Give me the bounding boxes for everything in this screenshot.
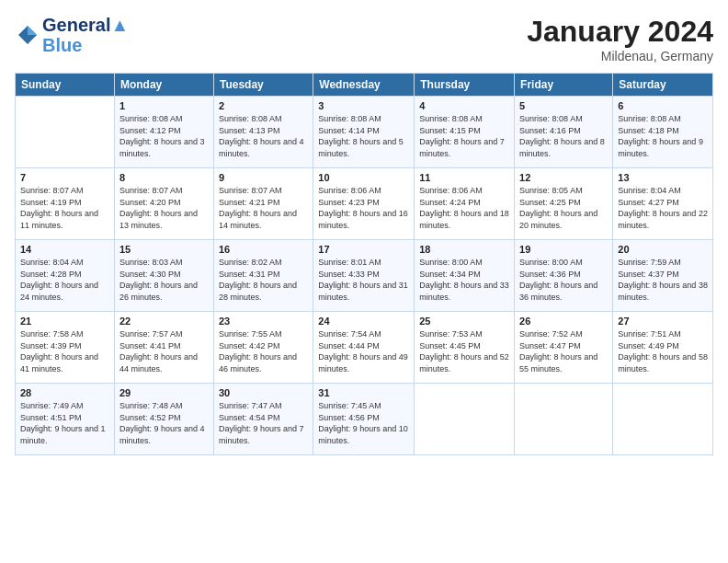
week-row-5: 28Sunrise: 7:49 AMSunset: 4:51 PMDayligh…	[16, 384, 713, 455]
day-number: 3	[318, 100, 409, 111]
day-number: 26	[519, 316, 608, 327]
cell-info: Sunrise: 8:08 AMSunset: 4:16 PMDaylight:…	[519, 113, 608, 159]
day-number: 7	[20, 172, 109, 183]
cell-info: Sunrise: 7:47 AMSunset: 4:54 PMDaylight:…	[219, 400, 308, 446]
cell-info: Sunrise: 8:06 AMSunset: 4:24 PMDaylight:…	[419, 185, 509, 231]
cell-info: Sunrise: 8:04 AMSunset: 4:27 PMDaylight:…	[618, 185, 708, 231]
week-row-1: 1Sunrise: 8:08 AMSunset: 4:12 PMDaylight…	[16, 97, 713, 168]
day-number: 15	[119, 244, 209, 255]
day-number: 6	[618, 100, 708, 111]
calendar-cell: 6Sunrise: 8:08 AMSunset: 4:18 PMDaylight…	[613, 97, 713, 168]
day-number: 28	[20, 387, 109, 398]
day-header-thursday: Thursday	[415, 74, 515, 97]
day-number: 18	[419, 244, 509, 255]
calendar-cell	[415, 384, 515, 455]
day-number: 31	[318, 387, 409, 398]
day-number: 23	[219, 316, 308, 327]
calendar-cell: 20Sunrise: 7:59 AMSunset: 4:37 PMDayligh…	[613, 240, 713, 312]
week-row-3: 14Sunrise: 8:04 AMSunset: 4:28 PMDayligh…	[16, 240, 713, 312]
day-header-sunday: Sunday	[16, 74, 115, 97]
cell-info: Sunrise: 8:02 AMSunset: 4:31 PMDaylight:…	[219, 257, 308, 303]
day-number: 9	[219, 172, 308, 183]
day-number: 27	[618, 316, 708, 327]
calendar-cell: 2Sunrise: 8:08 AMSunset: 4:13 PMDaylight…	[213, 97, 313, 168]
calendar-cell: 9Sunrise: 8:07 AMSunset: 4:21 PMDaylight…	[213, 168, 313, 240]
calendar-cell: 30Sunrise: 7:47 AMSunset: 4:54 PMDayligh…	[213, 384, 313, 455]
logo-text: General▲ Blue	[42, 15, 129, 55]
cell-info: Sunrise: 7:49 AMSunset: 4:51 PMDaylight:…	[20, 400, 109, 446]
day-header-wednesday: Wednesday	[313, 74, 415, 97]
cell-info: Sunrise: 8:07 AMSunset: 4:19 PMDaylight:…	[20, 185, 109, 231]
cell-info: Sunrise: 7:58 AMSunset: 4:39 PMDaylight:…	[20, 328, 109, 374]
cell-info: Sunrise: 7:54 AMSunset: 4:44 PMDaylight:…	[318, 328, 409, 374]
cell-info: Sunrise: 8:08 AMSunset: 4:14 PMDaylight:…	[318, 113, 409, 159]
calendar-cell: 21Sunrise: 7:58 AMSunset: 4:39 PMDayligh…	[16, 312, 115, 384]
calendar-cell: 29Sunrise: 7:48 AMSunset: 4:52 PMDayligh…	[114, 384, 213, 455]
calendar-cell: 27Sunrise: 7:51 AMSunset: 4:49 PMDayligh…	[613, 312, 713, 384]
cell-info: Sunrise: 8:08 AMSunset: 4:18 PMDaylight:…	[618, 113, 708, 159]
day-header-monday: Monday	[114, 74, 213, 97]
day-header-friday: Friday	[515, 74, 613, 97]
calendar-cell: 28Sunrise: 7:49 AMSunset: 4:51 PMDayligh…	[16, 384, 115, 455]
calendar-cell: 22Sunrise: 7:57 AMSunset: 4:41 PMDayligh…	[114, 312, 213, 384]
calendar-cell: 17Sunrise: 8:01 AMSunset: 4:33 PMDayligh…	[313, 240, 415, 312]
cell-info: Sunrise: 8:07 AMSunset: 4:21 PMDaylight:…	[219, 185, 308, 231]
title-block: January 2024 Mildenau, Germany	[527, 15, 713, 63]
week-row-2: 7Sunrise: 8:07 AMSunset: 4:19 PMDaylight…	[16, 168, 713, 240]
cell-info: Sunrise: 8:07 AMSunset: 4:20 PMDaylight:…	[119, 185, 209, 231]
calendar-cell	[613, 384, 713, 455]
cell-info: Sunrise: 7:53 AMSunset: 4:45 PMDaylight:…	[419, 328, 509, 374]
cell-info: Sunrise: 8:08 AMSunset: 4:13 PMDaylight:…	[219, 113, 308, 159]
day-header-tuesday: Tuesday	[213, 74, 313, 97]
day-number: 21	[20, 316, 109, 327]
cell-info: Sunrise: 7:55 AMSunset: 4:42 PMDaylight:…	[219, 328, 308, 374]
day-number: 11	[419, 172, 509, 183]
calendar-cell: 7Sunrise: 8:07 AMSunset: 4:19 PMDaylight…	[16, 168, 115, 240]
calendar-cell: 14Sunrise: 8:04 AMSunset: 4:28 PMDayligh…	[16, 240, 115, 312]
day-number: 13	[618, 172, 708, 183]
calendar-cell: 4Sunrise: 8:08 AMSunset: 4:15 PMDaylight…	[415, 97, 515, 168]
day-number: 17	[318, 244, 409, 255]
cell-info: Sunrise: 8:08 AMSunset: 4:15 PMDaylight:…	[419, 113, 509, 159]
calendar-cell: 1Sunrise: 8:08 AMSunset: 4:12 PMDaylight…	[114, 97, 213, 168]
cell-info: Sunrise: 7:59 AMSunset: 4:37 PMDaylight:…	[618, 257, 708, 303]
cell-info: Sunrise: 7:57 AMSunset: 4:41 PMDaylight:…	[119, 328, 209, 374]
month-title: January 2024	[527, 15, 713, 49]
calendar-cell: 25Sunrise: 7:53 AMSunset: 4:45 PMDayligh…	[415, 312, 515, 384]
day-number: 30	[219, 387, 308, 398]
cell-info: Sunrise: 8:08 AMSunset: 4:12 PMDaylight:…	[119, 113, 209, 159]
logo-icon	[15, 22, 40, 48]
day-number: 2	[219, 100, 308, 111]
calendar-cell: 5Sunrise: 8:08 AMSunset: 4:16 PMDaylight…	[515, 97, 613, 168]
svg-marker-1	[28, 26, 37, 35]
cell-info: Sunrise: 8:03 AMSunset: 4:30 PMDaylight:…	[119, 257, 209, 303]
day-number: 25	[419, 316, 509, 327]
calendar-cell: 13Sunrise: 8:04 AMSunset: 4:27 PMDayligh…	[613, 168, 713, 240]
day-number: 16	[219, 244, 308, 255]
cell-info: Sunrise: 7:52 AMSunset: 4:47 PMDaylight:…	[519, 328, 608, 374]
header: General▲ Blue January 2024 Mildenau, Ger…	[15, 15, 713, 63]
location: Mildenau, Germany	[527, 49, 713, 63]
cell-info: Sunrise: 7:48 AMSunset: 4:52 PMDaylight:…	[119, 400, 209, 446]
day-number: 24	[318, 316, 409, 327]
day-header-saturday: Saturday	[613, 74, 713, 97]
week-row-4: 21Sunrise: 7:58 AMSunset: 4:39 PMDayligh…	[16, 312, 713, 384]
calendar-cell	[515, 384, 613, 455]
calendar-cell: 15Sunrise: 8:03 AMSunset: 4:30 PMDayligh…	[114, 240, 213, 312]
cell-info: Sunrise: 8:06 AMSunset: 4:23 PMDaylight:…	[318, 185, 409, 231]
calendar-cell: 24Sunrise: 7:54 AMSunset: 4:44 PMDayligh…	[313, 312, 415, 384]
calendar-cell: 10Sunrise: 8:06 AMSunset: 4:23 PMDayligh…	[313, 168, 415, 240]
calendar-cell: 3Sunrise: 8:08 AMSunset: 4:14 PMDaylight…	[313, 97, 415, 168]
calendar-cell: 11Sunrise: 8:06 AMSunset: 4:24 PMDayligh…	[415, 168, 515, 240]
calendar-cell: 12Sunrise: 8:05 AMSunset: 4:25 PMDayligh…	[515, 168, 613, 240]
cell-info: Sunrise: 8:05 AMSunset: 4:25 PMDaylight:…	[519, 185, 608, 231]
cell-info: Sunrise: 8:01 AMSunset: 4:33 PMDaylight:…	[318, 257, 409, 303]
cell-info: Sunrise: 8:04 AMSunset: 4:28 PMDaylight:…	[20, 257, 109, 303]
calendar-table: SundayMondayTuesdayWednesdayThursdayFrid…	[15, 73, 713, 455]
calendar-cell: 23Sunrise: 7:55 AMSunset: 4:42 PMDayligh…	[213, 312, 313, 384]
calendar-cell: 26Sunrise: 7:52 AMSunset: 4:47 PMDayligh…	[515, 312, 613, 384]
day-number: 22	[119, 316, 209, 327]
day-number: 1	[119, 100, 209, 111]
calendar-cell: 31Sunrise: 7:45 AMSunset: 4:56 PMDayligh…	[313, 384, 415, 455]
cell-info: Sunrise: 8:00 AMSunset: 4:36 PMDaylight:…	[519, 257, 608, 303]
